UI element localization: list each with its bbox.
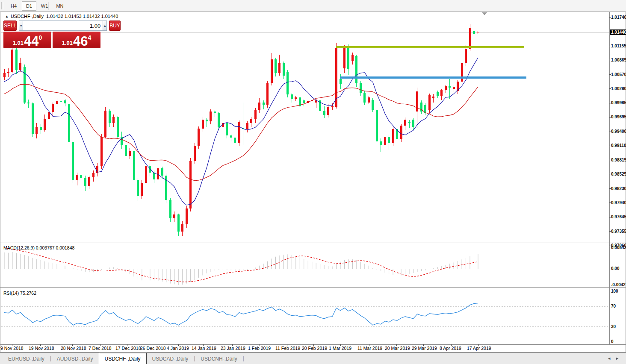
price-axis-label: 0.98230 [611, 186, 626, 191]
price-axis-label: 0.97940 [611, 200, 626, 205]
rsi-panel-canvas[interactable] [0, 288, 609, 344]
price-axis-border [609, 12, 610, 344]
macd-rsi-separator[interactable] [0, 287, 626, 288]
date-axis-label: 11 Mar 2019 [357, 346, 382, 351]
date-axis-label: 29 Mar 2019 [412, 346, 437, 351]
one-click-trade-panel: SELL ▼ ▲ BUY 1.01 44 0 1.01 46 4 [3, 21, 101, 48]
date-axis-label: 17 Apr 2019 [467, 346, 491, 351]
chevron-up-icon: ▲ [103, 24, 106, 28]
tab-separator: | [243, 355, 244, 361]
macd-axis-zero: 0.00 [611, 266, 626, 271]
timeframe-button-mn[interactable]: MN [53, 1, 67, 11]
ask-price-box[interactable]: 1.01 46 4 [53, 32, 100, 48]
timeframe-button-d1[interactable]: D1 [22, 1, 36, 11]
date-axis-label: 20 Feb 2019 [302, 346, 327, 351]
symbol-tabbar: EURUSD-,Daily|AUDUSD-,DailyUSDCHF-,Daily… [0, 352, 626, 364]
macd-axis-max: 0.005429 [611, 245, 626, 250]
date-axis-label: 28 Nov 2018 [61, 346, 86, 351]
price-axis-label: 1.01740 [611, 15, 626, 20]
date-axis-label: 17 Dec 2018 [115, 346, 141, 351]
toolbar-separator [48, 2, 49, 10]
collapse-panel-icon[interactable]: ▲ [5, 15, 9, 18]
bid-price-box[interactable]: 1.01 44 0 [3, 32, 51, 48]
bid-pipette: 0 [39, 34, 42, 41]
rsi-axis-label: 30 [611, 324, 626, 329]
macd-label: MACD(12,26,9) 0.003767 0.001848 [3, 245, 74, 250]
macd-axis-min: -0.004217 [611, 282, 626, 287]
ask-prefix: 1.01 [62, 40, 73, 47]
buy-button[interactable]: BUY [109, 21, 121, 31]
symbol-tab-eurusd[interactable]: EURUSD-,Daily [3, 354, 50, 364]
timeframe-button-w1[interactable]: W1 [37, 1, 52, 11]
tabs-scroll-right-icon[interactable]: ► [615, 356, 623, 361]
price-axis-label: 1.00280 [611, 86, 626, 91]
symbol-tab-audusd[interactable]: AUDUSD-,Daily [51, 354, 99, 364]
rsi-axis-label: 0 [611, 339, 626, 344]
chart-info-line: ▲USDCHF-,Daily 1.01432 1.01453 1.01432 1… [5, 14, 118, 19]
symbol-tab-usdcnh[interactable]: USDCNH-,Daily [195, 354, 242, 364]
price-axis-label: 0.98815 [611, 158, 626, 162]
date-axis-label: 20 Mar 2019 [385, 346, 410, 351]
date-axis-label: 8 Apr 2019 [440, 346, 461, 351]
date-axis-label: 14 Jan 2019 [192, 346, 216, 351]
ask-pipette: 4 [88, 34, 92, 41]
rsi-axis-label: 70 [611, 304, 626, 308]
date-axis-label: 1 Feb 2019 [248, 346, 271, 351]
rsi-axis-label: 100 [611, 289, 626, 294]
symbol-title: USDCHF-,Daily [11, 14, 44, 19]
volume-increase-button[interactable]: ▲ [103, 21, 107, 31]
date-axis-label: 1 Mar 2019 [329, 346, 351, 351]
price-axis-label: 0.99695 [611, 114, 626, 119]
price-axis-label: 1.01155 [611, 44, 626, 48]
ohlc-values: 1.01432 1.01453 1.01432 1.01440 [46, 14, 118, 19]
symbol-tab-usdchf[interactable]: USDCHF-,Daily [99, 353, 147, 364]
price-axis-label: 1.00570 [611, 72, 626, 77]
rsi-dateaxis-separator [0, 344, 626, 345]
ask-big-digits: 46 [73, 36, 88, 47]
macd-panel-canvas[interactable] [0, 244, 609, 287]
price-axis-label: 0.99985 [611, 100, 626, 105]
date-axis-label: 9 Nov 2018 [0, 346, 24, 351]
price-axis-label: 0.97645 [611, 214, 626, 219]
date-axis-label: 26 Dec 2018 [140, 346, 166, 351]
timeframe-toolbar: H4D1W1MN [0, 0, 626, 12]
price-axis-label: 0.99400 [611, 129, 626, 134]
price-macd-separator[interactable] [0, 243, 626, 243]
symbol-tab-usdcad[interactable]: USDCAD-,Daily [147, 354, 194, 364]
volume-decrease-button[interactable]: ▼ [19, 21, 23, 31]
timeframe-button-h4[interactable]: H4 [6, 1, 21, 11]
sell-button[interactable]: SELL [3, 21, 17, 31]
volume-input[interactable] [23, 21, 103, 31]
toolbar-grip[interactable] [1, 2, 3, 9]
price-axis-label: 0.99110 [611, 143, 626, 148]
chevron-down-icon: ▼ [19, 24, 23, 28]
bid-big-digits: 44 [24, 36, 38, 47]
price-axis-label: 0.98525 [611, 172, 626, 176]
date-axis-label: 4 Jan 2019 [167, 346, 189, 351]
bid-prefix: 1.01 [13, 40, 24, 47]
tabs-scroll-left-icon[interactable]: ◄ [607, 356, 615, 361]
date-axis-label: 19 Nov 2018 [29, 346, 54, 351]
date-axis-label: 23 Jan 2019 [221, 346, 245, 351]
price-axis-label: 0.97355 [611, 229, 626, 234]
current-price-badge: 1.01440 [610, 29, 626, 35]
date-axis-label: 11 Feb 2019 [275, 346, 300, 351]
rsi-label: RSI(14) 75.2762 [3, 291, 36, 296]
date-axis-label: 7 Dec 2018 [89, 346, 112, 351]
price-axis-label: 1.00865 [611, 58, 626, 62]
